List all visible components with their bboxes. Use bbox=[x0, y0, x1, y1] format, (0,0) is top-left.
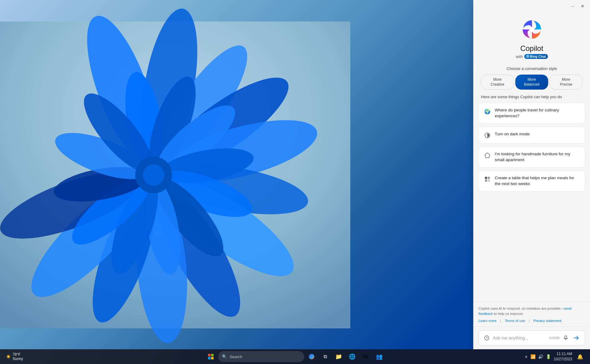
svg-rect-39 bbox=[565, 336, 567, 339]
clock-time: 11:11 AM bbox=[557, 351, 572, 357]
taskbar-right: ∧ 📶 🔊 🔋 11:11 AM 10/27/2023 🔔 bbox=[524, 350, 586, 363]
furniture-icon bbox=[484, 152, 491, 159]
style-buttons: MoreCreative MoreBalanced MorePrecise bbox=[481, 75, 583, 90]
suggestion-darkmode[interactable]: Turn on dark mode bbox=[478, 127, 585, 144]
help-label: Here are some things Copilot can help yo… bbox=[478, 95, 585, 99]
send-button[interactable] bbox=[572, 334, 580, 342]
copilot-body: Here are some things Copilot can help yo… bbox=[474, 95, 590, 302]
terms-link[interactable]: Terms of use bbox=[505, 319, 525, 323]
svg-rect-37 bbox=[488, 180, 490, 182]
weather-condition: Sunny bbox=[13, 357, 23, 361]
copilot-title: Copilot bbox=[520, 44, 543, 53]
search-icon: 🔍 bbox=[222, 354, 227, 359]
clock[interactable]: 11:11 AM 10/27/2023 bbox=[554, 351, 572, 362]
taskbar: ☀️ 78°F Sunny 🔍 Search bbox=[0, 349, 590, 364]
suggestion-meals[interactable]: Create a table that helps me plan meals … bbox=[478, 171, 585, 192]
culinary-icon: 🌍 bbox=[484, 108, 491, 115]
subtitle-prefix: with bbox=[516, 54, 523, 59]
meals-text: Create a table that helps me plan meals … bbox=[495, 175, 580, 187]
bing-label: Bing Chat bbox=[530, 55, 546, 58]
copilot-subtitle: with Ⓑ Bing Chat bbox=[516, 54, 548, 59]
svg-rect-29 bbox=[208, 357, 210, 359]
input-box: 0/4000 bbox=[478, 330, 585, 346]
input-controls: 0/4000 bbox=[549, 334, 580, 342]
ellipsis-icon: ··· bbox=[571, 4, 575, 9]
chat-input[interactable] bbox=[493, 335, 547, 340]
style-label: Choose a conversation style bbox=[481, 66, 583, 71]
network-icon[interactable]: 📶 bbox=[529, 354, 537, 359]
learn-more-link[interactable]: Learn more bbox=[478, 319, 497, 323]
edge-button[interactable]: 🌐 bbox=[346, 350, 358, 363]
task-view-button[interactable]: ⧉ bbox=[319, 350, 331, 363]
svg-rect-27 bbox=[208, 354, 210, 356]
style-balanced[interactable]: MoreBalanced bbox=[515, 75, 549, 90]
battery-icon[interactable]: 🔋 bbox=[545, 354, 552, 359]
svg-rect-34 bbox=[485, 177, 487, 179]
mic-button[interactable] bbox=[561, 334, 570, 342]
taskbar-center: 🔍 Search ⧉ bbox=[205, 350, 385, 363]
taskbar-search[interactable]: 🔍 Search bbox=[218, 351, 304, 362]
suggestion-furniture[interactable]: I'm looking for handmade furniture for m… bbox=[478, 147, 585, 168]
copilot-panel: ··· ✕ bbox=[473, 0, 590, 349]
weather-widget[interactable]: ☀️ 78°F Sunny bbox=[4, 351, 26, 362]
bing-icon: Ⓑ bbox=[526, 54, 529, 59]
footer-links: Learn more | Terms of use | Privacy stat… bbox=[478, 319, 585, 323]
weather-temp: 78°F bbox=[13, 352, 23, 357]
copilot-taskbar-icon[interactable] bbox=[305, 350, 318, 363]
style-creative[interactable]: MoreCreative bbox=[481, 75, 514, 90]
expand-tray-icon[interactable]: ∧ bbox=[524, 354, 529, 359]
clock-date: 10/27/2023 bbox=[554, 357, 572, 362]
suggestion-culinary[interactable]: 🌍 Where do people travel for culinary ex… bbox=[478, 103, 585, 124]
copilot-logo bbox=[521, 18, 543, 41]
svg-rect-28 bbox=[211, 354, 214, 356]
char-count: 0/4000 bbox=[549, 336, 560, 340]
copilot-footer: Copilot uses AI to respond, so mistakes … bbox=[474, 302, 590, 327]
teams-button[interactable]: 👥 bbox=[373, 350, 385, 363]
conversation-style: Choose a conversation style MoreCreative… bbox=[474, 64, 590, 95]
more-options-button[interactable]: ··· bbox=[569, 2, 576, 10]
svg-rect-36 bbox=[485, 180, 487, 182]
close-button[interactable]: ✕ bbox=[579, 2, 586, 10]
notification-button[interactable]: 🔔 bbox=[574, 350, 586, 363]
privacy-link[interactable]: Privacy statement bbox=[533, 319, 561, 323]
file-explorer-button[interactable]: 📁 bbox=[332, 350, 345, 363]
svg-point-31 bbox=[309, 354, 314, 359]
svg-point-32 bbox=[529, 27, 534, 32]
svg-point-26 bbox=[143, 164, 164, 186]
weather-icon: ☀️ bbox=[6, 354, 11, 359]
copilot-titlebar: ··· ✕ bbox=[474, 0, 590, 12]
svg-rect-30 bbox=[211, 357, 214, 359]
store-button[interactable]: 🛍 bbox=[360, 350, 372, 363]
start-button[interactable] bbox=[205, 350, 217, 363]
style-precise[interactable]: MorePrecise bbox=[549, 75, 583, 90]
system-tray[interactable]: ∧ 📶 🔊 🔋 bbox=[524, 354, 552, 359]
disclaimer: Copilot uses AI to respond, so mistakes … bbox=[478, 306, 585, 317]
new-topic-button[interactable] bbox=[483, 334, 490, 342]
furniture-text: I'm looking for handmade furniture for m… bbox=[495, 151, 580, 163]
darkmode-text: Turn on dark mode bbox=[495, 131, 530, 137]
meals-icon bbox=[484, 176, 491, 183]
culinary-text: Where do people travel for culinary expe… bbox=[495, 107, 580, 119]
copilot-header: Copilot with Ⓑ Bing Chat bbox=[474, 12, 590, 64]
desktop: ☀️ 78°F Sunny 🔍 Search bbox=[0, 0, 590, 364]
volume-icon[interactable]: 🔊 bbox=[537, 354, 544, 359]
darkmode-icon bbox=[484, 132, 491, 139]
bing-badge: Ⓑ Bing Chat bbox=[524, 54, 548, 59]
copilot-input-area: 0/4000 bbox=[474, 326, 590, 349]
svg-rect-35 bbox=[488, 177, 490, 179]
search-text: Search bbox=[230, 354, 242, 359]
close-icon: ✕ bbox=[581, 4, 584, 9]
